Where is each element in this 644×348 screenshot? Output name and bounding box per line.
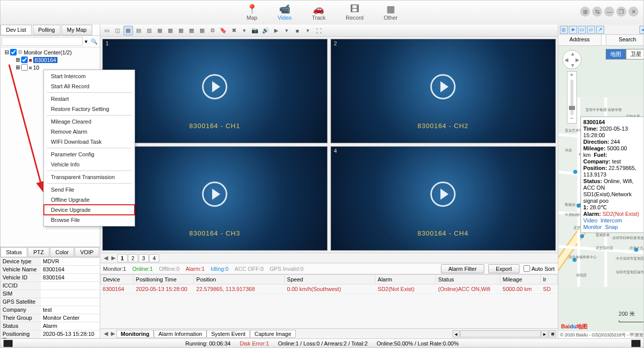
swap-button[interactable]: ⇆ xyxy=(592,7,602,17)
pan-down-icon[interactable]: ▼ xyxy=(570,63,575,68)
layout-64-icon[interactable]: ▩ xyxy=(198,26,207,35)
tab-record[interactable]: 🎞Record xyxy=(346,5,363,21)
dropdown3-icon[interactable]: ▾ xyxy=(303,26,313,35)
stop-icon[interactable]: ✖ xyxy=(229,26,239,35)
grid-button[interactable]: ⊞ xyxy=(580,7,590,17)
ctx-parameter-config[interactable]: Parameter Config xyxy=(44,149,135,159)
play-overlay-icon[interactable] xyxy=(430,182,456,207)
volume-icon[interactable]: 🔊 xyxy=(261,26,271,35)
bc-prev-icon[interactable]: ◀ xyxy=(102,330,109,337)
ctx-start-all-record[interactable]: Start All Record xyxy=(44,81,135,91)
scroll-end-icon[interactable]: ◾ xyxy=(549,330,556,337)
ch-tab-2[interactable]: 2 xyxy=(128,254,138,262)
ch-tab-3[interactable]: 3 xyxy=(139,254,149,262)
map-type-sat[interactable]: 卫星 xyxy=(626,49,643,60)
play-icon[interactable]: ▶ xyxy=(272,26,281,35)
minimize-button[interactable]: — xyxy=(604,7,614,17)
layout-16-icon[interactable]: ▩ xyxy=(166,26,175,35)
map-tool-1-icon[interactable]: ◎ xyxy=(560,26,568,34)
zoom-out-icon[interactable]: − xyxy=(567,115,576,123)
ctx-offline-upgrade[interactable]: Offline Upgrade xyxy=(44,195,135,205)
layout-4-icon[interactable]: ▦ xyxy=(123,26,133,35)
expand-icon[interactable]: ⊞ xyxy=(16,64,20,71)
ctx-vehicle-info[interactable]: Vehicle Info xyxy=(44,159,135,169)
bl-tab-voip[interactable]: VOIP xyxy=(75,247,99,257)
popup-link-monitor[interactable]: Monitor xyxy=(584,224,602,230)
map-tool-5-icon[interactable]: ↗ xyxy=(596,26,604,34)
search-dropdown-icon[interactable]: ▾ xyxy=(83,38,90,45)
restore-button[interactable]: ❐ xyxy=(616,7,626,17)
fullscreen-icon[interactable]: ⛶ xyxy=(314,26,324,35)
zoom-slider[interactable] xyxy=(570,80,573,115)
map-pan-control[interactable]: ▲ ▼ ◀ ▶ xyxy=(562,50,582,69)
video-cell-3[interactable]: 38300164 - CH3 xyxy=(102,146,328,251)
ctx-device-upgrade[interactable]: Device Upgrade xyxy=(44,205,135,215)
scroll-left-icon[interactable]: ◂ xyxy=(453,330,460,337)
bc-tab-alarm[interactable]: Alarm Information xyxy=(154,330,207,338)
tab-video[interactable]: 📹Video xyxy=(278,5,292,21)
layout-25-icon[interactable]: ▩ xyxy=(176,26,186,35)
bc-next-icon[interactable]: ▶ xyxy=(109,330,116,337)
statusbar-left-icon[interactable] xyxy=(4,340,13,347)
pan-left-icon[interactable]: ◀ xyxy=(564,57,568,63)
layout-1-icon[interactable]: ▭ xyxy=(102,26,112,35)
search-icon[interactable]: 🔍 xyxy=(90,38,99,45)
camera-snap-icon[interactable]: 📷 xyxy=(250,26,260,35)
play-overlay-icon[interactable] xyxy=(430,74,456,99)
ctx-wifi-download[interactable]: WIFI Download Task xyxy=(44,137,135,147)
zoom-in-icon[interactable]: + xyxy=(567,72,576,80)
ctx-browse-file[interactable]: Browse File xyxy=(44,215,135,225)
ctx-send-file[interactable]: Send File xyxy=(44,185,135,195)
video-cell-2[interactable]: 28300164 - CH2 xyxy=(331,39,556,143)
side-tab-polling[interactable]: Polling xyxy=(33,25,60,35)
tab-track[interactable]: 🚗Track xyxy=(312,5,326,21)
tab-other[interactable]: ▦Other xyxy=(383,5,398,21)
side-tab-devlist[interactable]: Dev List xyxy=(1,25,32,35)
device-search-input[interactable] xyxy=(2,37,83,46)
table-row[interactable]: 8300164 2020-05-13 15:28:00 22.579865, 1… xyxy=(100,284,558,294)
ch-tab-1[interactable]: 1 xyxy=(117,254,127,262)
bookmark-icon[interactable]: 🔖 xyxy=(219,26,228,35)
expand-icon[interactable]: ⊞ xyxy=(16,56,20,63)
side-tab-mymap[interactable]: My Map xyxy=(61,25,92,35)
map-tool-2-icon[interactable]: ➤ xyxy=(569,26,577,34)
ctx-remove-alarm[interactable]: Remove Alarm xyxy=(44,127,135,137)
layout-8-icon[interactable]: ▥ xyxy=(145,26,154,35)
ctx-mileage-cleared[interactable]: Mileage Cleared xyxy=(44,117,135,127)
scroll-track[interactable] xyxy=(460,330,541,337)
video-cell-1[interactable]: 18300164 - CH1 xyxy=(102,39,328,143)
collapse-icon[interactable]: ⊟ xyxy=(5,49,9,55)
alarm-filter-button[interactable]: Alarm Filter xyxy=(441,264,484,273)
ctx-restore-factory[interactable]: Restore Factory Setting xyxy=(44,104,135,114)
popup-link-snap[interactable]: Snap xyxy=(605,224,618,230)
pan-right-icon[interactable]: ▶ xyxy=(575,57,579,63)
collapse-right-icon[interactable]: ◀ xyxy=(639,26,643,34)
layout-6-icon[interactable]: ▤ xyxy=(134,26,144,35)
video-cell-4[interactable]: 48300164 - CH4 xyxy=(331,146,556,251)
layout-36-icon[interactable]: ▩ xyxy=(187,26,197,35)
close-button[interactable]: ✕ xyxy=(628,7,638,17)
layout-2-icon[interactable]: ◫ xyxy=(113,26,122,35)
statusbar-right-icon[interactable] xyxy=(631,340,640,347)
address-input[interactable] xyxy=(602,35,606,45)
search-button[interactable]: Search xyxy=(606,35,643,45)
bl-tab-ptz[interactable]: PTZ xyxy=(28,247,49,257)
play-overlay-icon[interactable] xyxy=(202,182,227,207)
bl-tab-status[interactable]: Status xyxy=(1,247,27,257)
popup-link-video[interactable]: Video xyxy=(584,217,598,223)
bl-tab-color[interactable]: Color xyxy=(50,247,74,257)
bc-tab-sysevent[interactable]: System Event xyxy=(207,330,250,338)
popup-link-intercom[interactable]: Intercom xyxy=(601,217,622,223)
tree-root-checkbox[interactable] xyxy=(10,49,17,55)
pan-up-icon[interactable]: ▲ xyxy=(570,51,575,56)
ctx-start-intercom[interactable]: Start Intercom xyxy=(44,71,135,81)
map-type-map[interactable]: 地图 xyxy=(606,49,626,60)
map-tool-3-icon[interactable]: ▭ xyxy=(578,26,586,34)
dropdown2-icon[interactable]: ▾ xyxy=(282,26,292,35)
dropdown-icon[interactable]: ▾ xyxy=(240,26,249,35)
ctx-transparent-transmission[interactable]: Transparent Transmission xyxy=(44,172,135,182)
map-canvas[interactable]: 宝安中学集团 实验学校 志翔大厦 宝龙艺术学校 深圳市宝安区首兴物流中心 百财科… xyxy=(558,46,643,338)
scroll-right-icon[interactable]: ▸ xyxy=(541,330,548,337)
tree-dev1-label[interactable]: 8300164 xyxy=(33,57,58,63)
tree-dev2-label[interactable]: 10 xyxy=(33,65,39,71)
